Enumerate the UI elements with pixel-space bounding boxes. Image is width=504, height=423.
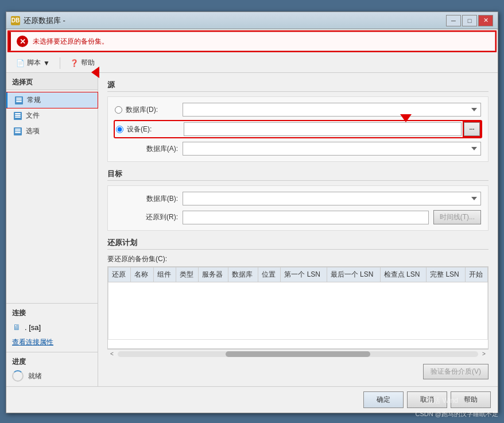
col-database: 数据库: [228, 267, 258, 282]
csdn-watermark: CSDN @跑马的汉字睡眠不足: [416, 410, 498, 418]
device-radio-row: 设备(E): ···: [115, 121, 481, 137]
sidebar-title: 选择页: [6, 73, 98, 90]
col-component: 组件: [153, 267, 176, 282]
database-b-label: 数据库(B):: [115, 194, 178, 204]
title-bar: DB 还原数据库 - ─ □ ✕: [6, 12, 498, 29]
error-message: 未选择要还原的备份集。: [33, 37, 108, 46]
connection-section: 连接 🖥 . [sa] 查看连接属性: [6, 303, 98, 352]
device-radio-label[interactable]: 设备(E):: [116, 125, 179, 134]
arrow-browse-icon: [400, 114, 412, 122]
arrow-sidebar-icon: [91, 67, 99, 78]
connection-item: 🖥 . [sa]: [12, 321, 92, 333]
col-start: 开始: [465, 267, 487, 282]
window-title: 还原数据库 -: [24, 15, 65, 26]
connection-properties-link[interactable]: 查看连接属性: [12, 337, 92, 347]
database-source-select[interactable]: [183, 103, 481, 117]
database-a-select[interactable]: [183, 142, 481, 156]
col-checkpoint-lsn: 检查点 LSN: [380, 267, 426, 282]
database-a-label: 数据库(A):: [115, 144, 178, 154]
col-name: 名称: [131, 267, 153, 282]
progress-section: 进度 就绪: [6, 352, 98, 386]
plan-subset-label: 要还原的备份集(C):: [107, 254, 489, 264]
plan-table-body: [108, 282, 488, 340]
title-controls: ─ □ ✕: [446, 15, 493, 26]
sidebar-item-files-label: 文件: [26, 111, 40, 121]
sidebar-items: 常规 文件 选项: [6, 90, 98, 141]
title-bar-left: DB 还原数据库 -: [11, 15, 65, 26]
browse-button[interactable]: ···: [464, 122, 480, 136]
main-panel: 源 数据库(D):: [98, 73, 498, 386]
col-last-lsn: 最后一个 LSN: [327, 267, 380, 282]
error-icon: ✕: [17, 36, 28, 47]
ok-button[interactable]: 确定: [363, 391, 404, 408]
table-header-row: 还原 名称 组件 类型 服务器 数据库 位置 第一个 LSN 最后一个 LSN …: [108, 267, 488, 282]
options-icon: [13, 127, 22, 136]
source-form: 数据库(D): 设备(E): ·: [107, 96, 489, 162]
error-banner: ✕ 未选择要还原的备份集。: [9, 32, 495, 51]
sidebar-item-options[interactable]: 选项: [6, 123, 98, 139]
progress-title: 进度: [12, 357, 92, 367]
script-label: 脚本: [27, 58, 41, 68]
scrollbar-thumb: [226, 351, 370, 357]
database-b-select[interactable]: [183, 192, 481, 205]
toolbar-separator: [60, 57, 60, 69]
device-input-group: ···: [184, 122, 480, 136]
scrollbar-track[interactable]: [118, 351, 478, 357]
target-section: 目标 数据库(B): 还原到(R): 时间线(T)...: [107, 169, 489, 231]
table-scrollbar[interactable]: < >: [107, 349, 489, 358]
connection-server: . [sa]: [25, 323, 41, 332]
col-restore: 还原: [108, 267, 131, 282]
script-icon: 📄: [16, 59, 25, 67]
col-server: 服务器: [199, 267, 228, 282]
timeline-button[interactable]: 时间线(T)...: [433, 210, 481, 224]
toolbar: 📄 脚本 ▼ ❓ 帮助: [6, 53, 498, 73]
target-header: 目标: [107, 169, 489, 181]
restore-to-row: 还原到(R): 时间线(T)...: [115, 210, 481, 224]
bottom-bar: 确定 取消 帮助: [6, 386, 498, 413]
sidebar-item-options-label: 选项: [26, 126, 40, 136]
col-position: 位置: [258, 267, 281, 282]
progress-spinner-icon: [12, 370, 24, 382]
plan-header: 还原计划: [107, 238, 489, 250]
database-radio-row: 数据库(D):: [115, 103, 481, 117]
plan-table-container: 还原 名称 组件 类型 服务器 数据库 位置 第一个 LSN 最后一个 LSN …: [107, 266, 489, 349]
source-section: 源 数据库(D):: [107, 80, 489, 162]
maximize-button[interactable]: □: [462, 15, 477, 26]
plan-table: 还原 名称 组件 类型 服务器 数据库 位置 第一个 LSN 最后一个 LSN …: [108, 267, 488, 340]
progress-item: 就绪: [12, 370, 92, 382]
app-icon: DB: [11, 16, 20, 25]
sidebar-item-general[interactable]: 常规: [6, 92, 98, 108]
help-icon: ❓: [70, 59, 79, 67]
validate-button[interactable]: 验证备份介质(V): [423, 364, 489, 379]
empty-row: [108, 282, 488, 340]
connection-title: 连接: [12, 308, 92, 318]
device-input[interactable]: [184, 122, 462, 136]
sidebar-item-files[interactable]: 文件: [6, 108, 98, 123]
minimize-button[interactable]: ─: [446, 15, 461, 26]
database-b-row: 数据库(B):: [115, 192, 481, 205]
database-radio-label[interactable]: 数据库(D):: [115, 105, 178, 115]
plan-section: 还原计划 要还原的备份集(C): 还原 名称 组件 类型 服务器 数据库: [107, 238, 489, 379]
server-icon: 🖥: [12, 323, 21, 332]
col-full-lsn: 完整 LSN: [427, 267, 466, 282]
target-form: 数据库(B): 还原到(R): 时间线(T)...: [107, 185, 489, 231]
col-first-lsn: 第一个 LSN: [281, 267, 327, 282]
activate-watermark: 激活 Wind: [427, 396, 458, 406]
device-radio[interactable]: [116, 126, 123, 133]
restore-to-label: 还原到(R):: [115, 212, 178, 222]
sidebar: 选择页 常规 文件: [6, 73, 98, 386]
general-icon: [14, 96, 24, 105]
col-type: 类型: [176, 267, 198, 282]
database-a-row: 数据库(A):: [115, 142, 481, 156]
restore-to-input[interactable]: [183, 211, 429, 224]
content-area: 选择页 常规 文件: [6, 73, 498, 386]
dialog-window: DB 还原数据库 - ─ □ ✕ ✕ 未选择要还原的备份集。 📄 脚本 ▼ ❓ …: [6, 11, 498, 413]
script-arrow-icon: ▼: [43, 59, 50, 67]
close-button[interactable]: ✕: [478, 15, 493, 26]
files-icon: [13, 111, 22, 121]
source-header: 源: [107, 80, 489, 92]
database-radio[interactable]: [115, 106, 122, 114]
progress-status: 就绪: [28, 371, 42, 381]
sidebar-item-general-label: 常规: [27, 95, 41, 105]
script-button[interactable]: 📄 脚本 ▼: [11, 56, 55, 70]
